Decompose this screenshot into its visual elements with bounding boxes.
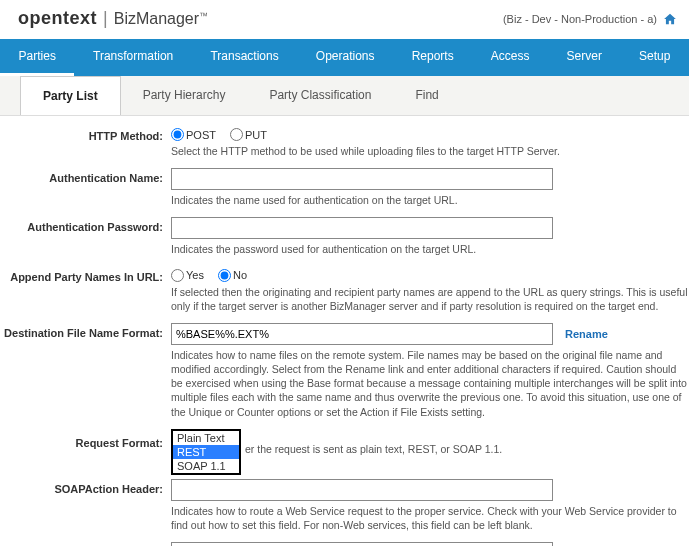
environment-label: (Biz - Dev - Non-Production - a) bbox=[503, 13, 657, 25]
subtab-party-list[interactable]: Party List bbox=[20, 76, 121, 115]
hint-append-names: If selected then the originating and rec… bbox=[171, 285, 689, 313]
nav-transformation[interactable]: Transformation bbox=[74, 39, 191, 76]
radio-put[interactable]: PUT bbox=[230, 128, 267, 141]
label-auth-pass: Authentication Password: bbox=[0, 217, 167, 233]
label-request-format: Request Format: bbox=[0, 429, 167, 449]
hint-request-format: er the request is sent as plain text, RE… bbox=[241, 429, 502, 455]
soap-action-input[interactable] bbox=[171, 479, 553, 501]
radio-post[interactable]: POST bbox=[171, 128, 216, 141]
nav-parties[interactable]: Parties bbox=[0, 39, 74, 76]
label-custom-headers: Custom Headers: bbox=[0, 542, 167, 546]
nav-server[interactable]: Server bbox=[548, 39, 620, 76]
home-icon[interactable] bbox=[663, 12, 677, 26]
hint-http-method: Select the HTTP method to be used while … bbox=[171, 144, 689, 158]
main-nav: Parties Transformation Transactions Oper… bbox=[0, 39, 689, 76]
radio-yes[interactable]: Yes bbox=[171, 269, 204, 282]
opt-soap[interactable]: SOAP 1.1 bbox=[173, 459, 239, 473]
sub-nav: Party List Party Hierarchy Party Classif… bbox=[0, 76, 689, 116]
label-append-names: Append Party Names In URL: bbox=[0, 267, 167, 283]
rename-link[interactable]: Rename bbox=[565, 328, 608, 340]
subtab-find[interactable]: Find bbox=[393, 76, 460, 115]
radio-no[interactable]: No bbox=[218, 269, 247, 282]
brand-opentext: opentext bbox=[18, 8, 97, 29]
auth-pass-input[interactable] bbox=[171, 217, 553, 239]
label-soap-action: SOAPAction Header: bbox=[0, 479, 167, 495]
request-format-select[interactable]: Plain Text REST SOAP 1.1 bbox=[171, 429, 241, 475]
hint-auth-name: Indicates the name used for authenticati… bbox=[171, 193, 689, 207]
label-auth-name: Authentication Name: bbox=[0, 168, 167, 184]
subtab-party-classification[interactable]: Party Classification bbox=[247, 76, 393, 115]
subtab-party-hierarchy[interactable]: Party Hierarchy bbox=[121, 76, 248, 115]
brand-bizmanager: BizManager bbox=[114, 10, 199, 27]
nav-reports[interactable]: Reports bbox=[393, 39, 472, 76]
custom-headers-input[interactable] bbox=[171, 542, 553, 546]
auth-name-input[interactable] bbox=[171, 168, 553, 190]
brand-logo: opentext | BizManager™ bbox=[18, 8, 208, 29]
nav-operations[interactable]: Operations bbox=[297, 39, 393, 76]
hint-soap-action: Indicates how to route a Web Service req… bbox=[171, 504, 689, 532]
hint-auth-pass: Indicates the password used for authenti… bbox=[171, 242, 689, 256]
label-http-method: HTTP Method: bbox=[0, 126, 167, 142]
nav-access[interactable]: Access bbox=[472, 39, 548, 76]
nav-setup[interactable]: Setup bbox=[621, 39, 689, 76]
hint-dest-fmt: Indicates how to name files on the remot… bbox=[171, 348, 689, 419]
opt-plain-text[interactable]: Plain Text bbox=[173, 431, 239, 445]
dest-fmt-input[interactable] bbox=[171, 323, 553, 345]
opt-rest[interactable]: REST bbox=[173, 445, 239, 459]
label-dest-fmt: Destination File Name Format: bbox=[0, 323, 167, 339]
nav-transactions[interactable]: Transactions bbox=[192, 39, 297, 76]
